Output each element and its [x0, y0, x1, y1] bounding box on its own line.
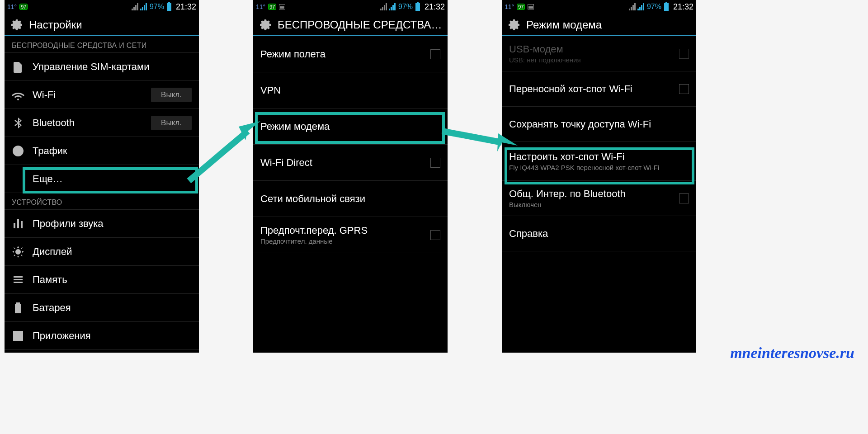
wifi-toggle[interactable]: Выкл.: [151, 88, 192, 102]
title-bar: БЕСПРОВОДНЫЕ СРЕДСТВА И СЕ…: [253, 14, 448, 36]
battery-icon: [167, 3, 171, 11]
temperature-indicator: 11°: [505, 3, 514, 10]
status-bar: 11° 97 97% 21:32: [5, 0, 199, 14]
hotspot-checkbox[interactable]: [679, 84, 689, 94]
blank-icon: [12, 173, 24, 185]
battery-badge-icon: 97: [517, 4, 525, 10]
row-sound-profiles[interactable]: Профили звука: [5, 210, 199, 238]
signal-sim1-icon: [132, 3, 138, 10]
settings-gear-icon: [259, 18, 272, 32]
usb-tether-checkbox: [679, 49, 689, 59]
row-label: VPN: [260, 85, 440, 96]
row-label: Батарея: [33, 302, 192, 314]
row-label: Режим полета: [260, 48, 422, 60]
row-label: Настроить хот-спот Wi-Fi: [509, 151, 689, 163]
row-tethering[interactable]: Режим модема: [253, 108, 448, 145]
bluetooth-icon: [12, 117, 24, 129]
title-bar: Настройки: [5, 14, 199, 36]
row-bluetooth[interactable]: Bluetooth Выкл.: [5, 109, 199, 137]
row-label: Дисплей: [33, 246, 192, 258]
row-help[interactable]: Справка: [502, 216, 696, 251]
battery-row-icon: [12, 302, 24, 314]
screenshot-tethering: 11° 97 97% 21:32 Режим модема USB-модем …: [502, 0, 696, 353]
watermark: mneinteresnovse.ru: [730, 344, 854, 362]
title-bar: Режим модема: [502, 14, 696, 36]
svg-line-2: [442, 131, 502, 142]
row-sim-management[interactable]: Управление SIM-картами: [5, 53, 199, 81]
battery-icon: [415, 3, 420, 11]
clock: 21:32: [176, 2, 196, 12]
temperature-indicator: 11°: [256, 3, 265, 10]
row-label: Трафик: [33, 145, 192, 157]
apps-icon: [12, 330, 24, 342]
row-traffic[interactable]: Трафик: [5, 137, 199, 165]
screenshot-notif-icon: [528, 4, 534, 9]
row-label: Память: [33, 274, 192, 286]
clock: 21:32: [673, 2, 693, 12]
row-portable-hotspot[interactable]: Переносной хот-спот Wi-Fi: [502, 71, 696, 107]
row-sublabel: Fly IQ443 WPA2 PSK переносной хот-спот W…: [509, 164, 689, 172]
sim-icon: [12, 61, 24, 73]
row-storage[interactable]: Память: [5, 266, 199, 294]
settings-gear-icon: [10, 18, 24, 32]
signal-sim1-icon: [629, 3, 636, 10]
row-sublabel: Выключен: [509, 201, 671, 209]
row-display[interactable]: Дисплей: [5, 238, 199, 266]
row-wifi[interactable]: Wi-Fi Выкл.: [5, 81, 199, 109]
row-label: Еще…: [33, 173, 192, 185]
screenshot-wireless-more: 11° 97 97% 21:32 БЕСПРОВОДНЫЕ СРЕДСТВА И…: [253, 0, 448, 353]
row-more[interactable]: Еще…: [5, 165, 199, 193]
row-label: Приложения: [33, 330, 192, 342]
clock: 21:32: [425, 2, 445, 12]
row-label: Wi-Fi: [33, 89, 143, 101]
row-label: Bluetooth: [33, 117, 143, 129]
screenshot-notif-icon: [279, 4, 285, 9]
battery-badge-icon: 97: [19, 4, 28, 10]
row-label: Режим модема: [260, 121, 440, 132]
status-bar: 11° 97 97% 21:32: [253, 0, 448, 14]
row-usb-tether: USB-модем USB: нет подключения: [502, 36, 696, 71]
row-label: Профили звука: [33, 218, 192, 230]
bluetooth-toggle[interactable]: Выкл.: [151, 116, 192, 130]
row-gprs-pref[interactable]: Предпочт.перед. GPRS Предпочтител. данны…: [253, 217, 448, 253]
gprs-checkbox[interactable]: [430, 230, 440, 240]
row-label: Переносной хот-спот Wi-Fi: [509, 83, 671, 95]
row-sublabel: Предпочтител. данные: [260, 237, 422, 245]
row-configure-hotspot[interactable]: Настроить хот-спот Wi-Fi Fly IQ443 WPA2 …: [502, 142, 696, 181]
data-usage-icon: [12, 145, 24, 157]
bt-tether-checkbox[interactable]: [679, 193, 689, 203]
display-icon: [12, 245, 24, 258]
row-label: Справка: [509, 228, 689, 240]
wifi-icon: [12, 89, 24, 101]
row-label: Wi-Fi Direct: [260, 157, 422, 169]
status-bar: 11° 97 97% 21:32: [502, 0, 696, 14]
airplane-checkbox[interactable]: [430, 49, 440, 59]
row-label: USB-модем: [509, 43, 671, 55]
row-bt-tether[interactable]: Общ. Интер. по Bluetooth Выключен: [502, 181, 696, 216]
row-vpn[interactable]: VPN: [253, 72, 448, 108]
row-wifi-direct[interactable]: Wi-Fi Direct: [253, 145, 448, 181]
page-title: БЕСПРОВОДНЫЕ СРЕДСТВА И СЕ…: [278, 19, 442, 31]
row-airplane-mode[interactable]: Режим полета: [253, 36, 448, 72]
wifi-direct-checkbox[interactable]: [430, 158, 440, 168]
battery-badge-icon: 97: [268, 4, 276, 10]
row-keep-ap[interactable]: Сохранять точку доступа Wi-Fi: [502, 107, 696, 142]
row-mobile-networks[interactable]: Сети мобильной связи: [253, 181, 448, 217]
settings-gear-icon: [507, 18, 521, 32]
row-label: Предпочт.перед. GPRS: [260, 225, 422, 236]
row-apps[interactable]: Приложения: [5, 322, 199, 350]
signal-sim2-icon: [637, 3, 644, 10]
screenshot-settings: 11° 97 97% 21:32 Настройки БЕСПРОВОДНЫЕ …: [5, 0, 199, 353]
battery-percent: 97%: [150, 3, 164, 11]
row-battery[interactable]: Батарея: [5, 294, 199, 322]
section-device-header: УСТРОЙСТВО: [5, 193, 199, 210]
battery-icon: [664, 3, 669, 11]
row-label: Сохранять точку доступа Wi-Fi: [509, 118, 689, 130]
page-title: Настройки: [29, 19, 82, 31]
row-label: Общ. Интер. по Bluetooth: [509, 188, 671, 200]
battery-percent: 97%: [398, 3, 413, 11]
row-label: Управление SIM-картами: [33, 61, 192, 73]
row-sublabel: USB: нет подключения: [509, 56, 671, 64]
battery-percent: 97%: [647, 3, 661, 11]
sound-icon: [12, 217, 24, 230]
